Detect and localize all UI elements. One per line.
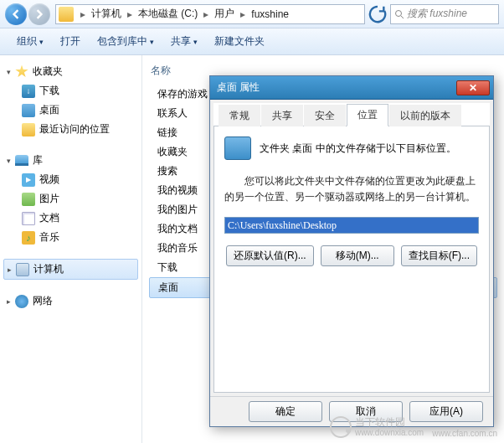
- tab-共享[interactable]: 共享: [261, 105, 303, 126]
- nav-computer[interactable]: ▸计算机: [3, 259, 138, 280]
- watermark: 当下软件园 www.downxia.com www.cfan.com.cn: [330, 416, 497, 438]
- download-icon: [22, 85, 35, 98]
- document-icon: [22, 212, 35, 225]
- description-text: 您可以将此文件夹中文件存储的位置更改为此硬盘上的另一个位置、另一个驱动器或网络上…: [224, 173, 479, 205]
- toolbar-organize[interactable]: 组织▾: [8, 31, 52, 52]
- nav-recent[interactable]: 最近访问的位置: [3, 120, 138, 139]
- breadcrumb-path[interactable]: ▸ 计算机▸ 本地磁盘 (C:)▸ 用户▸ fuxshine: [55, 4, 365, 24]
- folder-icon: [59, 7, 74, 22]
- watermark-logo-icon: [330, 416, 352, 438]
- tab-以前的版本[interactable]: 以前的版本: [389, 105, 461, 126]
- find-target-button[interactable]: 查找目标(F)...: [401, 245, 477, 266]
- dialog-close-button[interactable]: ✕: [456, 80, 490, 95]
- toolbar-open[interactable]: 打开: [52, 31, 89, 52]
- refresh-button[interactable]: [368, 5, 387, 23]
- nav-music[interactable]: 音乐: [3, 228, 138, 247]
- folder-path-input[interactable]: [224, 217, 479, 234]
- dialog-body: 文件夹 桌面 中的文件存储于以下目标位置。 您可以将此文件夹中文件存储的位置更改…: [213, 126, 490, 393]
- nav-libraries[interactable]: ▾库: [3, 151, 138, 170]
- move-button[interactable]: 移动(M)...: [321, 245, 394, 266]
- tab-安全[interactable]: 安全: [304, 105, 346, 126]
- network-icon: [15, 295, 28, 308]
- properties-dialog: 桌面 属性 ✕ 常规共享安全位置以前的版本 文件夹 桌面 中的文件存储于以下目标…: [209, 75, 494, 427]
- star-icon: [15, 65, 28, 79]
- address-bar: ▸ 计算机▸ 本地磁盘 (C:)▸ 用户▸ fuxshine 搜索 fuxshi…: [0, 0, 504, 28]
- svg-point-0: [396, 10, 402, 16]
- toolbar-share[interactable]: 共享▾: [162, 31, 206, 52]
- desktop-folder-icon: [224, 137, 251, 160]
- navigation-pane: ▾收藏夹 下载 桌面 最近访问的位置 ▾库 视频 图片 文档 音乐 ▸计算机 ▸…: [0, 55, 142, 443]
- restore-default-button[interactable]: 还原默认值(R)...: [226, 245, 314, 266]
- svg-line-1: [401, 16, 404, 18]
- nav-desktop[interactable]: 桌面: [3, 100, 138, 120]
- dialog-title-text: 桌面 属性: [217, 80, 260, 95]
- nav-back-button[interactable]: [5, 3, 27, 25]
- tab-位置[interactable]: 位置: [347, 104, 388, 126]
- nav-downloads[interactable]: 下载: [3, 81, 138, 100]
- toolbar-newfolder[interactable]: 新建文件夹: [206, 31, 273, 52]
- music-icon: [22, 231, 35, 245]
- picture-icon: [22, 193, 35, 206]
- library-icon: [15, 155, 28, 166]
- ok-button[interactable]: 确定: [249, 401, 322, 422]
- nav-videos[interactable]: 视频: [3, 170, 138, 189]
- dialog-titlebar[interactable]: 桌面 属性 ✕: [210, 76, 493, 100]
- nav-network[interactable]: ▸网络: [3, 291, 138, 311]
- recent-icon: [22, 123, 35, 137]
- crumb-users[interactable]: 用户: [213, 7, 236, 21]
- computer-icon: [16, 263, 29, 276]
- crumb-drive[interactable]: 本地磁盘 (C:): [136, 7, 199, 21]
- nav-documents[interactable]: 文档: [3, 209, 138, 228]
- search-icon: [394, 9, 404, 19]
- toolbar-include[interactable]: 包含到库中▾: [89, 31, 162, 52]
- dialog-tab-strip: 常规共享安全位置以前的版本: [213, 103, 490, 126]
- nav-forward-button[interactable]: [28, 3, 50, 25]
- desktop-icon: [22, 104, 35, 117]
- crumb-computer[interactable]: 计算机: [90, 7, 123, 21]
- crumb-user[interactable]: fuxshine: [249, 8, 291, 20]
- nav-pictures[interactable]: 图片: [3, 189, 138, 209]
- video-icon: [22, 173, 35, 187]
- nav-favorites[interactable]: ▾收藏夹: [3, 62, 138, 81]
- tab-常规[interactable]: 常规: [219, 105, 260, 126]
- search-input[interactable]: 搜索 fuxshine: [390, 4, 499, 24]
- search-placeholder: 搜索 fuxshine: [407, 7, 467, 21]
- info-text: 文件夹 桌面 中的文件存储于以下目标位置。: [260, 142, 456, 156]
- command-toolbar: 组织▾ 打开 包含到库中▾ 共享▾ 新建文件夹: [0, 28, 504, 55]
